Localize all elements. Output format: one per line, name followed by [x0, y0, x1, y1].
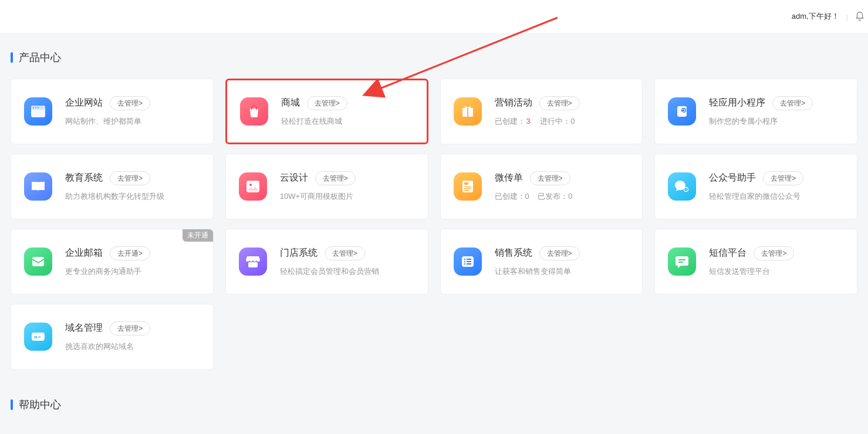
card-email[interactable]: 未开通 企业邮箱 去开通> 更专业的商务沟通助手	[11, 229, 214, 294]
svg-point-11	[249, 184, 252, 186]
svg-point-4	[38, 107, 39, 108]
manage-button[interactable]: 去管理>	[110, 321, 150, 336]
svg-rect-16	[464, 190, 469, 191]
manage-button[interactable]: 去管理>	[325, 246, 365, 261]
svg-rect-14	[464, 187, 471, 188]
card-miniapp[interactable]: 轻应用小程序 去管理> 制作您的专属小程序	[654, 79, 857, 144]
svg-rect-15	[464, 188, 471, 189]
image-icon	[239, 172, 267, 201]
svg-rect-21	[464, 259, 465, 260]
svg-text:w.=: w.=	[33, 335, 40, 339]
website-icon	[24, 97, 52, 126]
card-title: 企业邮箱	[65, 247, 103, 259]
topbar: adm,下午好！ |	[0, 0, 868, 33]
separator: |	[846, 12, 848, 21]
card-marketing[interactable]: 营销活动 去管理> 已创建：3 进行中：0	[440, 79, 643, 144]
card-desc: 已创建：0 已发布：0	[495, 191, 630, 202]
manage-button[interactable]: 去管理>	[110, 96, 150, 111]
product-grid: 企业网站 去管理> 网站制作、维护都简单 商城 去管理> 轻松打造在线商城	[11, 79, 857, 369]
card-desc: 挑选喜欢的网站域名	[65, 341, 200, 352]
card-title: 营销活动	[495, 97, 532, 109]
svg-rect-27	[678, 259, 685, 260]
gift-icon	[454, 97, 482, 126]
card-title: 微传单	[495, 172, 523, 184]
card-title: 商城	[281, 97, 300, 109]
list-icon	[454, 247, 482, 276]
open-button[interactable]: 去开通>	[110, 246, 150, 261]
card-desc: 助力教培机构数字化转型升级	[65, 191, 200, 202]
card-desc: 短信发送管理平台	[709, 266, 844, 277]
card-mall[interactable]: 商城 去管理> 轻松打造在线商城	[225, 79, 428, 144]
svg-rect-28	[678, 262, 683, 263]
section-title-label: 产品中心	[19, 50, 61, 65]
manage-button[interactable]: 去管理>	[763, 171, 803, 186]
manage-button[interactable]: 去管理>	[530, 171, 570, 186]
card-desc: 更专业的商务沟通助手	[65, 266, 200, 277]
manage-button[interactable]: 去管理>	[315, 171, 356, 186]
manage-button[interactable]: 去管理>	[772, 96, 813, 111]
greeting-text: adm,下午好！	[792, 11, 839, 22]
card-design[interactable]: 云设计 去管理> 10W+可商用模板图片	[225, 154, 428, 219]
manage-button[interactable]: 去管理>	[307, 96, 347, 111]
card-desc: 轻松管理自家的微信公众号	[709, 191, 844, 202]
svg-rect-23	[464, 261, 465, 262]
card-desc: 10W+可商用模板图片	[280, 191, 415, 202]
svg-rect-22	[467, 259, 471, 260]
card-title: 企业网站	[65, 97, 103, 109]
card-desc: 轻松打造在线商城	[281, 116, 414, 127]
manage-button[interactable]: 去管理>	[539, 96, 580, 111]
manage-button[interactable]: 去管理>	[539, 246, 580, 261]
manage-button[interactable]: 去管理>	[110, 171, 150, 186]
card-desc: 已创建：3 进行中：0	[495, 116, 630, 127]
card-flyer[interactable]: 微传单 去管理> 已创建：0 已发布：0	[440, 154, 643, 219]
manage-button[interactable]: 去管理>	[754, 246, 794, 261]
svg-rect-18	[32, 257, 44, 266]
domain-icon: w.=	[24, 323, 52, 351]
wechat-icon	[668, 172, 696, 201]
section-title-help: 帮助中心	[11, 398, 857, 412]
svg-rect-24	[467, 261, 471, 262]
message-icon	[668, 247, 696, 276]
svg-point-9	[681, 108, 686, 113]
card-title: 门店系统	[280, 247, 318, 259]
flyer-icon	[454, 172, 482, 201]
book-icon	[24, 172, 52, 201]
card-title: 轻应用小程序	[709, 97, 765, 109]
card-desc: 轻松搞定会员管理和会员营销	[280, 266, 415, 277]
card-title: 销售系统	[495, 247, 532, 259]
card-title: 域名管理	[65, 322, 103, 334]
svg-rect-7	[467, 108, 468, 117]
card-sms[interactable]: 短信平台 去管理> 短信发送管理平台	[654, 229, 857, 294]
card-desc: 网站制作、维护都简单	[65, 116, 200, 127]
card-title: 教育系统	[65, 172, 103, 184]
card-title: 短信平台	[709, 247, 747, 259]
svg-rect-25	[464, 263, 465, 265]
card-sales[interactable]: 销售系统 去管理> 让获客和销售变得简单	[440, 229, 643, 294]
card-wechat[interactable]: 公众号助手 去管理> 轻松管理自家的微信公众号	[654, 154, 857, 219]
svg-rect-26	[467, 263, 471, 265]
notification-icon[interactable]	[854, 11, 866, 22]
mall-icon	[240, 97, 268, 126]
card-title: 公众号助手	[709, 172, 756, 184]
card-desc: 让获客和销售变得简单	[495, 266, 630, 277]
card-education[interactable]: 教育系统 去管理> 助力教培机构数字化转型升级	[11, 154, 214, 219]
svg-point-3	[35, 107, 36, 108]
section-title-label: 帮助中心	[19, 398, 61, 412]
miniapp-icon	[668, 97, 696, 126]
svg-rect-19	[248, 262, 258, 267]
tag-badge: 未开通	[183, 229, 213, 242]
card-domain[interactable]: w.= 域名管理 去管理> 挑选喜欢的网站域名	[11, 304, 214, 369]
store-icon	[239, 247, 267, 276]
card-title: 云设计	[280, 172, 308, 184]
email-icon	[24, 247, 52, 276]
card-desc: 制作您的专属小程序	[709, 116, 844, 127]
card-store[interactable]: 门店系统 去管理> 轻松搞定会员管理和会员营销	[225, 229, 428, 294]
svg-point-2	[33, 107, 34, 108]
section-title-products: 产品中心	[11, 50, 857, 65]
card-website[interactable]: 企业网站 去管理> 网站制作、维护都简单	[11, 79, 214, 144]
svg-rect-13	[464, 182, 468, 185]
